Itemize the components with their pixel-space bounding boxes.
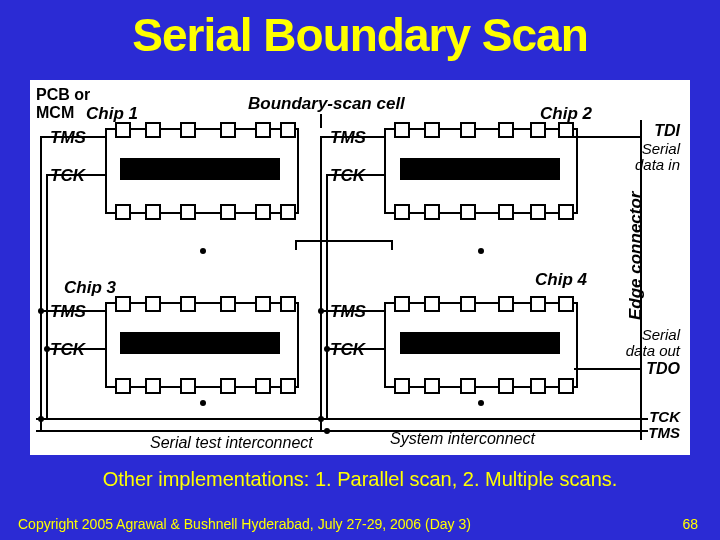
cell bbox=[145, 378, 161, 394]
cell bbox=[530, 122, 546, 138]
chip4-label: Chip 4 bbox=[535, 270, 587, 290]
serial-link bbox=[295, 240, 393, 242]
edge-stub bbox=[640, 418, 648, 420]
footer-left: Copyright 2005 Agrawal & Bushnell Hydera… bbox=[18, 516, 471, 532]
edge-stub bbox=[574, 136, 642, 138]
tdo-label: TDO bbox=[646, 360, 680, 378]
cell bbox=[424, 204, 440, 220]
cell bbox=[115, 122, 131, 138]
cell bbox=[180, 296, 196, 312]
cell bbox=[460, 122, 476, 138]
serial-link bbox=[295, 240, 297, 250]
junction-dot bbox=[478, 400, 484, 406]
edge-connector-label: Edge connector bbox=[626, 160, 646, 320]
cell bbox=[115, 378, 131, 394]
tck-4: TCK bbox=[330, 340, 365, 360]
edge-stub bbox=[574, 368, 642, 370]
tms-1: TMS bbox=[50, 128, 86, 148]
cell bbox=[220, 122, 236, 138]
cell bbox=[424, 378, 440, 394]
serial-link bbox=[391, 240, 393, 250]
junction-dot bbox=[324, 346, 330, 352]
tick bbox=[46, 348, 105, 350]
core-3 bbox=[120, 332, 280, 354]
cell bbox=[220, 296, 236, 312]
cell bbox=[145, 122, 161, 138]
slide-number: 68 bbox=[682, 516, 698, 532]
tick bbox=[40, 136, 105, 138]
cell bbox=[530, 296, 546, 312]
tms-2: TMS bbox=[330, 128, 366, 148]
cell bbox=[180, 378, 196, 394]
slide-title: Serial Boundary Scan bbox=[0, 0, 720, 62]
cell bbox=[498, 378, 514, 394]
junction-dot bbox=[44, 346, 50, 352]
core-4 bbox=[400, 332, 560, 354]
junction-dot bbox=[200, 400, 206, 406]
junction-dot bbox=[318, 416, 324, 422]
junction-dot bbox=[324, 428, 330, 434]
tms-right: TMS bbox=[648, 424, 680, 441]
caption: Other implementations: 1. Parallel scan,… bbox=[30, 468, 690, 491]
serial-data-in-1: Serial bbox=[642, 140, 680, 157]
cell bbox=[530, 204, 546, 220]
bus-riser bbox=[40, 136, 42, 430]
tick bbox=[326, 174, 384, 176]
cell bbox=[424, 122, 440, 138]
cell bbox=[220, 204, 236, 220]
tck-right: TCK bbox=[649, 408, 680, 425]
cell bbox=[255, 122, 271, 138]
cell bbox=[498, 122, 514, 138]
mcm-label: MCM bbox=[36, 104, 74, 122]
tck-1: TCK bbox=[50, 166, 85, 186]
cell bbox=[424, 296, 440, 312]
bus-riser bbox=[46, 174, 48, 418]
cell bbox=[280, 296, 296, 312]
cell bbox=[530, 378, 546, 394]
core-1 bbox=[120, 158, 280, 180]
cell bbox=[498, 296, 514, 312]
cell bbox=[115, 296, 131, 312]
cell bbox=[394, 122, 410, 138]
cell bbox=[220, 378, 236, 394]
cell bbox=[558, 378, 574, 394]
junction-dot bbox=[318, 308, 324, 314]
cell bbox=[280, 204, 296, 220]
tdi-label: TDI bbox=[654, 122, 680, 140]
cell bbox=[280, 122, 296, 138]
tick bbox=[320, 136, 384, 138]
cell bbox=[255, 204, 271, 220]
cell bbox=[394, 296, 410, 312]
junction-dot bbox=[38, 416, 44, 422]
cell bbox=[460, 204, 476, 220]
cell bbox=[180, 122, 196, 138]
cell bbox=[280, 378, 296, 394]
serial-data-out-2: data out bbox=[626, 342, 680, 359]
cell bbox=[558, 204, 574, 220]
junction-dot bbox=[478, 248, 484, 254]
tck-2: TCK bbox=[330, 166, 365, 186]
cell bbox=[255, 378, 271, 394]
bus-riser bbox=[326, 174, 328, 418]
system-interconnect-label: System interconnect bbox=[390, 430, 535, 448]
edge-stub bbox=[640, 430, 648, 432]
cell bbox=[394, 378, 410, 394]
callout-line bbox=[320, 114, 322, 128]
tick bbox=[320, 310, 384, 312]
serial-data-out-1: Serial bbox=[642, 326, 680, 343]
cell bbox=[460, 296, 476, 312]
tms-4: TMS bbox=[330, 302, 366, 322]
cell bbox=[255, 296, 271, 312]
cell bbox=[394, 204, 410, 220]
chip3-label: Chip 3 bbox=[64, 278, 116, 298]
bscell-label: Boundary-scan cell bbox=[248, 94, 405, 114]
cell bbox=[460, 378, 476, 394]
tick bbox=[326, 348, 384, 350]
slide: Serial Boundary Scan PCB or MCM Chip 1 B… bbox=[0, 0, 720, 540]
cell bbox=[180, 204, 196, 220]
serial-interconnect-label: Serial test interconnect bbox=[150, 434, 313, 452]
cell bbox=[145, 204, 161, 220]
tck-bus bbox=[36, 418, 646, 420]
tms-bus bbox=[36, 430, 646, 432]
tck-3: TCK bbox=[50, 340, 85, 360]
